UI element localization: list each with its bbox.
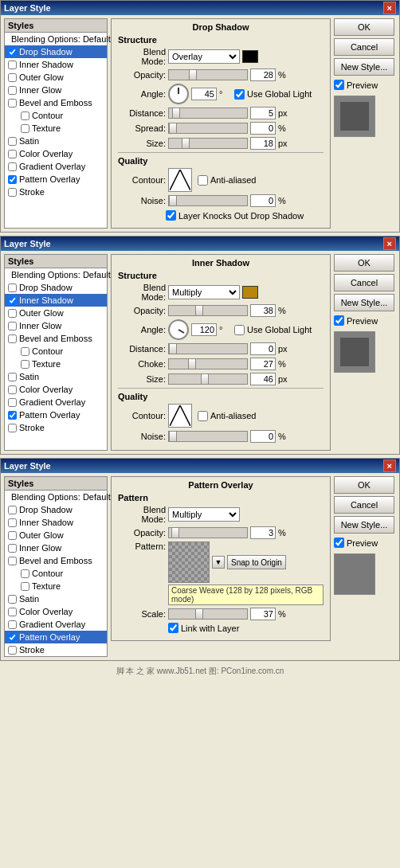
stroke-check-2[interactable]	[8, 424, 17, 432]
distance-input-1[interactable]	[250, 107, 276, 119]
noise-input-1[interactable]	[250, 194, 276, 207]
sidebar-item-satin-3[interactable]: Satin	[5, 592, 107, 605]
sidebar-item-inner-shadow-2[interactable]: Inner Shadow	[5, 294, 107, 307]
cancel-button-3[interactable]: Cancel	[334, 496, 394, 514]
stroke-check-3[interactable]	[8, 646, 17, 655]
link-layer-check-3[interactable]	[168, 623, 178, 633]
color-swatch-1[interactable]	[242, 50, 258, 63]
global-light-check-2[interactable]	[234, 325, 245, 335]
texture-check-3[interactable]	[21, 582, 29, 591]
spread-slider-1[interactable]	[168, 123, 248, 134]
sidebar-item-inner-shadow-1[interactable]: Inner Shadow	[5, 58, 107, 71]
pattern-swatch-3[interactable]	[168, 542, 210, 583]
contour-check-1[interactable]	[21, 111, 29, 120]
preview-check-1[interactable]	[334, 80, 344, 90]
bevel-check-1[interactable]	[8, 99, 17, 108]
pattern-overlay-check-1[interactable]	[8, 175, 17, 184]
sidebar-item-satin-1[interactable]: Satin	[5, 135, 107, 147]
drop-shadow-check-3[interactable]	[8, 506, 17, 514]
sidebar-item-outer-glow-2[interactable]: Outer Glow	[5, 307, 107, 319]
color-overlay-check-1[interactable]	[8, 150, 17, 158]
close-btn-2[interactable]: ×	[383, 237, 396, 250]
blend-mode-select-3[interactable]: Multiply Normal Overlay	[168, 507, 240, 522]
inner-glow-check-3[interactable]	[8, 544, 17, 553]
sidebar-item-drop-shadow-1[interactable]: Drop Shadow	[5, 45, 107, 58]
outer-glow-check-1[interactable]	[8, 73, 17, 82]
close-btn-3[interactable]: ×	[383, 459, 396, 472]
global-light-check-1[interactable]	[234, 89, 245, 100]
sidebar-item-drop-shadow-2[interactable]: Drop Shadow	[5, 281, 107, 294]
bevel-check-3[interactable]	[8, 557, 17, 565]
outer-glow-check-3[interactable]	[8, 531, 17, 540]
sidebar-item-blending-options-1[interactable]: Blending Options: Default	[5, 33, 107, 45]
inner-glow-check-1[interactable]	[8, 86, 17, 95]
sidebar-item-bevel-2[interactable]: Bevel and Emboss	[5, 332, 107, 345]
new-style-button-2[interactable]: New Style...	[334, 294, 394, 311]
ok-button-2[interactable]: OK	[334, 254, 394, 272]
sidebar-item-color-overlay-1[interactable]: Color Overlay	[5, 147, 107, 160]
color-overlay-check-3[interactable]	[8, 608, 17, 616]
pattern-overlay-check-3[interactable]	[8, 633, 17, 642]
sidebar-item-gradient-overlay-3[interactable]: Gradient Overlay	[5, 618, 107, 631]
color-swatch-2[interactable]	[242, 286, 258, 299]
sidebar-item-inner-glow-2[interactable]: Inner Glow	[5, 319, 107, 332]
opacity-input-3[interactable]	[250, 526, 276, 539]
pattern-dropdown-btn-3[interactable]: ▼	[212, 556, 225, 569]
blend-mode-select-2[interactable]: Multiply Normal Overlay	[168, 285, 240, 299]
gradient-overlay-check-2[interactable]	[8, 398, 17, 407]
size-slider-2[interactable]	[168, 373, 248, 385]
stroke-check-1[interactable]	[8, 188, 17, 197]
sidebar-item-stroke-1[interactable]: Stroke	[5, 186, 107, 198]
angle-dial-2[interactable]	[164, 315, 193, 344]
satin-check-3[interactable]	[8, 595, 17, 604]
sidebar-item-contour-1[interactable]: Contour	[5, 109, 107, 122]
ok-button-3[interactable]: OK	[334, 476, 394, 494]
sidebar-item-gradient-overlay-2[interactable]: Gradient Overlay	[5, 396, 107, 409]
scale-input-3[interactable]	[250, 608, 276, 620]
ok-button-1[interactable]: OK	[334, 18, 394, 36]
sidebar-item-stroke-3[interactable]: Stroke	[5, 643, 107, 656]
sidebar-item-blending-3[interactable]: Blending Options: Default	[5, 491, 107, 503]
bevel-check-2[interactable]	[8, 334, 17, 343]
sidebar-item-pattern-overlay-3[interactable]: Pattern Overlay	[5, 631, 107, 643]
choke-input-2[interactable]	[250, 358, 276, 370]
snap-to-origin-btn-3[interactable]: Snap to Origin	[227, 555, 286, 569]
noise-input-2[interactable]	[250, 430, 276, 443]
noise-slider-2[interactable]	[168, 431, 248, 442]
sidebar-item-color-overlay-2[interactable]: Color Overlay	[5, 383, 107, 396]
satin-check-1[interactable]	[8, 137, 17, 146]
sidebar-item-outer-glow-3[interactable]: Outer Glow	[5, 529, 107, 542]
opacity-slider-2[interactable]	[168, 305, 248, 316]
contour-preview-2[interactable]	[168, 404, 192, 428]
inner-shadow-check-1[interactable]	[8, 61, 17, 69]
close-btn-1[interactable]: ×	[383, 2, 396, 14]
preview-check-3[interactable]	[334, 538, 344, 548]
inner-shadow-check-3[interactable]	[8, 518, 17, 527]
choke-slider-2[interactable]	[168, 358, 248, 369]
outer-glow-check-2[interactable]	[8, 309, 17, 318]
pattern-overlay-check-2[interactable]	[8, 411, 17, 420]
sidebar-item-pattern-overlay-1[interactable]: Pattern Overlay	[5, 173, 107, 186]
contour-check-3[interactable]	[21, 569, 29, 578]
preview-check-2[interactable]	[334, 315, 344, 326]
blend-mode-select-1[interactable]: Overlay Normal Multiply	[168, 49, 240, 64]
scale-slider-3[interactable]	[168, 608, 248, 620]
sidebar-item-outer-glow-1[interactable]: Outer Glow	[5, 71, 107, 84]
satin-check-2[interactable]	[8, 373, 17, 381]
sidebar-item-gradient-overlay-1[interactable]: Gradient Overlay	[5, 160, 107, 173]
anti-aliased-check-2[interactable]	[198, 411, 208, 421]
distance-input-2[interactable]	[250, 342, 276, 355]
sidebar-item-inner-shadow-3[interactable]: Inner Shadow	[5, 516, 107, 529]
sidebar-item-stroke-2[interactable]: Stroke	[5, 421, 107, 434]
sidebar-item-blending-2[interactable]: Blending Options: Default	[5, 268, 107, 281]
size-input-2[interactable]	[250, 373, 276, 385]
drop-shadow-check-1[interactable]	[8, 48, 17, 57]
drop-shadow-check-2[interactable]	[8, 283, 17, 292]
contour-check-2[interactable]	[21, 347, 29, 356]
cancel-button-2[interactable]: Cancel	[334, 274, 394, 291]
sidebar-item-bevel-3[interactable]: Bevel and Emboss	[5, 554, 107, 567]
distance-slider-2[interactable]	[168, 343, 248, 354]
sidebar-item-texture-1[interactable]: Texture	[5, 122, 107, 135]
opacity-input-1[interactable]	[250, 68, 276, 81]
sidebar-item-pattern-overlay-2[interactable]: Pattern Overlay	[5, 409, 107, 421]
